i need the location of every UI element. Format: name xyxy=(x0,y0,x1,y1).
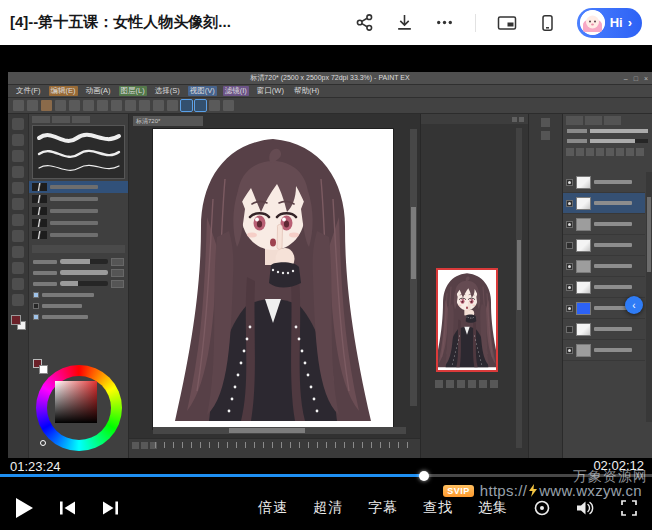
color-swatches[interactable] xyxy=(11,315,26,330)
layer-row[interactable] xyxy=(563,214,645,235)
airbrush-tool-icon[interactable] xyxy=(12,214,24,226)
opacity-slider[interactable] xyxy=(60,270,108,275)
more-icon[interactable] xyxy=(435,13,454,32)
episodes-button[interactable]: 选集 xyxy=(478,499,508,517)
timeline-icon[interactable] xyxy=(141,442,148,449)
color-picker-dot[interactable] xyxy=(40,440,46,446)
visibility-toggle[interactable] xyxy=(566,305,573,312)
visibility-toggle[interactable] xyxy=(566,284,573,291)
previous-color-swatch[interactable] xyxy=(39,365,48,374)
layer-row-selected[interactable] xyxy=(563,193,645,214)
text-tool-icon[interactable] xyxy=(12,294,24,306)
toolbar-icon[interactable] xyxy=(125,100,136,111)
close-icon[interactable]: × xyxy=(644,75,648,82)
lasso-tool-icon[interactable] xyxy=(12,150,24,162)
pip-icon[interactable] xyxy=(497,14,517,32)
toolbar-icon[interactable] xyxy=(223,100,234,111)
visibility-toggle[interactable] xyxy=(566,326,573,333)
toolbar-icon[interactable] xyxy=(139,100,150,111)
toolbar-icon[interactable] xyxy=(69,100,80,111)
toolbar-icon[interactable] xyxy=(13,100,24,111)
next-episode-button[interactable] xyxy=(101,499,120,517)
subtool-item[interactable] xyxy=(29,181,128,193)
value-box[interactable] xyxy=(111,280,124,288)
value-box[interactable] xyxy=(111,258,124,266)
find-button[interactable]: 查找 xyxy=(423,499,453,517)
panel-menu-icon[interactable] xyxy=(512,117,517,122)
fit-view-icon[interactable] xyxy=(457,380,465,388)
new-folder-icon[interactable] xyxy=(576,148,584,156)
lock-layer-icon[interactable] xyxy=(616,148,624,156)
canvas-horizontal-scrollbar[interactable] xyxy=(153,427,406,434)
volume-icon[interactable] xyxy=(576,499,595,517)
zoom-in-icon[interactable] xyxy=(446,380,454,388)
menu-help[interactable]: 帮助(H) xyxy=(292,86,321,96)
subtool-item[interactable] xyxy=(29,229,128,241)
saturation-value-box[interactable] xyxy=(55,381,97,423)
layer-row[interactable] xyxy=(563,235,645,256)
flip-icon[interactable] xyxy=(490,380,498,388)
panel-close-icon[interactable] xyxy=(519,117,524,122)
subtool-item[interactable] xyxy=(29,193,128,205)
fill-opacity-slider[interactable] xyxy=(590,139,648,143)
subtool-item[interactable] xyxy=(29,217,128,229)
toolbar-icon[interactable] xyxy=(153,100,164,111)
animation-timeline[interactable] xyxy=(129,438,420,458)
pen-tool-icon[interactable] xyxy=(12,166,24,178)
visibility-toggle[interactable] xyxy=(566,263,573,270)
toolbar-icon[interactable] xyxy=(111,100,122,111)
select-tool-icon[interactable] xyxy=(12,134,24,146)
toolbar-icon[interactable] xyxy=(167,100,178,111)
navigator-thumbnail[interactable] xyxy=(438,270,496,370)
subtitle-button[interactable]: 字幕 xyxy=(368,499,398,517)
main-color-swatch[interactable] xyxy=(11,315,21,325)
checkbox[interactable] xyxy=(33,314,39,320)
navigator-scrollbar[interactable] xyxy=(516,128,522,448)
clip-layer-icon[interactable] xyxy=(636,148,644,156)
layer-row[interactable] xyxy=(563,277,645,298)
menu-filter[interactable]: 滤镜(I) xyxy=(223,86,249,96)
quality-button[interactable]: 超清 xyxy=(313,499,343,517)
merge-layer-icon[interactable] xyxy=(596,148,604,156)
canvas-vertical-scrollbar[interactable] xyxy=(410,129,417,406)
menu-select[interactable]: 选择(S) xyxy=(153,86,182,96)
floating-assistant-button[interactable]: ‹ xyxy=(625,296,643,314)
play-button[interactable] xyxy=(14,497,34,519)
menu-layer[interactable]: 图层(L) xyxy=(119,86,147,96)
layer-row[interactable] xyxy=(563,319,645,340)
delete-layer-icon[interactable] xyxy=(606,148,614,156)
document-tab[interactable]: 标清720* xyxy=(133,116,203,126)
material-tab-icon[interactable] xyxy=(541,118,550,127)
toolbar-icon[interactable] xyxy=(97,100,108,111)
visibility-toggle[interactable] xyxy=(566,242,573,249)
toolbar-icon-selected[interactable] xyxy=(195,100,206,111)
checkbox[interactable] xyxy=(33,303,39,309)
rotate-left-icon[interactable] xyxy=(468,380,476,388)
timeline-icon[interactable] xyxy=(132,442,139,449)
speed-button[interactable]: 倍速 xyxy=(258,499,288,517)
fill-tool-icon[interactable] xyxy=(12,262,24,274)
mask-layer-icon[interactable] xyxy=(626,148,634,156)
visibility-toggle[interactable] xyxy=(566,179,573,186)
toolbar-icon-selected[interactable] xyxy=(181,100,192,111)
panel-tab[interactable] xyxy=(32,116,50,123)
checkbox[interactable] xyxy=(33,292,39,298)
panel-tab[interactable] xyxy=(52,116,70,123)
progress-bar[interactable] xyxy=(0,474,652,477)
visibility-toggle[interactable] xyxy=(566,347,573,354)
opacity-slider[interactable] xyxy=(590,129,648,133)
pencil-tool-icon[interactable] xyxy=(12,182,24,194)
value-box[interactable] xyxy=(111,269,124,277)
visibility-toggle[interactable] xyxy=(566,221,573,228)
gradient-tool-icon[interactable] xyxy=(12,278,24,290)
previous-episode-button[interactable] xyxy=(58,499,77,517)
panel-tab[interactable] xyxy=(72,116,90,123)
layer-row[interactable] xyxy=(563,340,645,361)
toolbar-icon[interactable] xyxy=(27,100,38,111)
ring-icon[interactable] xyxy=(533,499,551,517)
share-icon[interactable] xyxy=(355,13,374,32)
eraser-tool-icon[interactable] xyxy=(12,230,24,242)
layers-scrollbar[interactable] xyxy=(646,172,652,422)
subtool-item[interactable] xyxy=(29,205,128,217)
zoom-out-icon[interactable] xyxy=(435,380,443,388)
